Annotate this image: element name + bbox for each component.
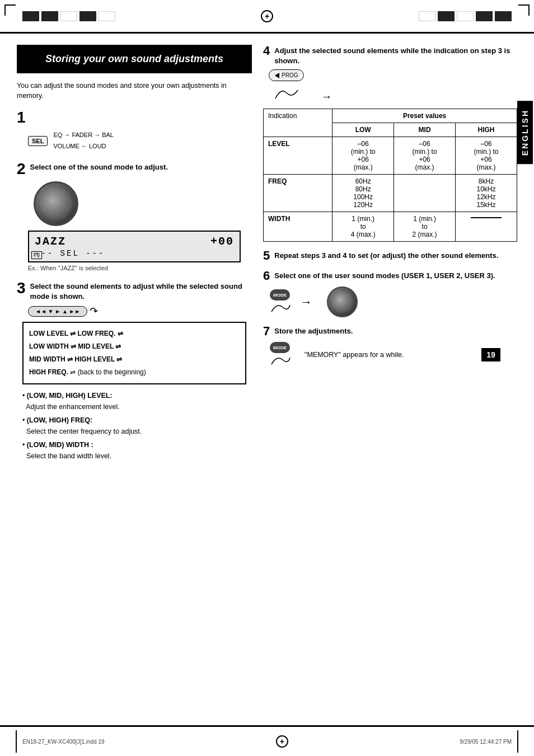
- eq-arrow: EQ → FADER → BAL: [53, 130, 114, 141]
- step-1: 1 SEL EQ → FADER → BAL VOLUME ← LOUD: [17, 110, 252, 152]
- step-2-caption: Ex.: When "JAZZ" is selected: [28, 265, 252, 271]
- step-2: 2 Select one of the sound mode to adjust…: [17, 161, 252, 271]
- cell-freq-low: 60Hz80Hz100Hz120Hz: [332, 175, 394, 212]
- table-header-mid: MID: [394, 123, 456, 137]
- table-row-width: WIDTH 1 (min.)to4 (max.) 1 (min.)to2 (ma…: [264, 212, 517, 242]
- row-label-freq: FREQ: [264, 175, 332, 212]
- top-registration-marks: [0, 0, 534, 34]
- prog-button-area: PROG →: [269, 69, 517, 103]
- mode-button-step7: MODE: [270, 342, 290, 353]
- cell-freq-high: 8kHz10kHz12kHz15kHz: [456, 175, 517, 212]
- display-bottom: --- SEL ---: [35, 249, 234, 258]
- mark-bar: [419, 11, 435, 21]
- mark-bar: [438, 11, 455, 21]
- memory-text: "MEMORY" appears for a while.: [305, 351, 404, 359]
- mode-dial-svg: [269, 300, 291, 314]
- triangle-icon: [275, 73, 279, 78]
- step-3: 3 Select the sound elements to adjust wh…: [17, 280, 252, 462]
- step-6-buttons: MODE →: [269, 287, 517, 317]
- bullet-item-freq: (LOW, HIGH) FREQ: Select the center freq…: [22, 415, 252, 437]
- cell-level-low: –06(min.) to+06(max.): [332, 137, 394, 175]
- mark-bar: [79, 11, 96, 21]
- footer-file-info: EN18-27_KW-XC400[J]1.indd 19: [22, 739, 105, 745]
- prog-button: PROG: [269, 69, 304, 81]
- left-side-mark: [16, 730, 17, 753]
- step-6-label: Select one of the user sound modes (USER…: [274, 270, 495, 281]
- step-7-area: MODE "MEMORY" appears for a while.: [269, 342, 517, 367]
- mark-bar: [60, 11, 77, 21]
- cell-freq-mid: [394, 175, 456, 212]
- mark-bar: [476, 11, 493, 21]
- display-sel: --- SEL ---: [35, 249, 105, 258]
- display-value: +00: [210, 235, 234, 248]
- mark-bar: [99, 11, 115, 21]
- sound-sequence-text: LOW LEVEL ⇌ LOW FREQ. ⇌ LOW WIDTH ⇌ MID …: [29, 330, 123, 375]
- display-top: JAZZ +00: [35, 235, 234, 248]
- footer-date-info: 9/29/05 12:44:27 PM: [460, 739, 512, 745]
- bullet-list: (LOW, MID, HIGH) LEVEL: Adjust the enhan…: [22, 390, 252, 462]
- step-7-label: Store the adjustments.: [274, 325, 353, 336]
- table-header-high: HIGH: [456, 123, 517, 137]
- knob-image-step2: [34, 181, 78, 226]
- cell-width-high: [456, 212, 517, 242]
- title-box: Storing your own sound adjustments: [17, 45, 252, 73]
- eq-label: EQ: [31, 251, 42, 259]
- step-7-number: 7: [263, 325, 270, 337]
- left-column: Storing your own sound adjustments You c…: [17, 45, 252, 471]
- corner-mark-tl: [4, 4, 16, 16]
- volume-arrow: VOLUME ← LOUD: [53, 141, 114, 152]
- step-1-number: 1: [17, 110, 26, 125]
- nav-button: ◄◄ ▼ ► ▲ ►►: [28, 306, 87, 317]
- mode-label-7: MODE: [273, 345, 287, 350]
- mode-dial-svg-7: [269, 353, 291, 367]
- page-title: Storing your own sound adjustments: [24, 53, 245, 65]
- display-jazz: JAZZ: [35, 235, 66, 248]
- squiggle-arrow: ↷: [90, 305, 98, 317]
- arrow-right-6: →: [300, 295, 312, 309]
- right-column: ENGLISH 4 Adjust the selected sound elem…: [263, 45, 517, 471]
- prog-dial-svg: [273, 84, 301, 101]
- step-1-diagram: SEL EQ → FADER → BAL VOLUME ← LOUD: [28, 130, 252, 152]
- mark-bar: [41, 11, 58, 21]
- step-3-number: 3: [17, 280, 26, 296]
- bullet-item-width: (LOW, MID) WIDTH : Select the band width…: [22, 439, 252, 462]
- nav-button-area: ◄◄ ▼ ► ▲ ►► ↷: [28, 305, 252, 317]
- table-header-low: LOW: [332, 123, 394, 137]
- cell-level-mid: –06(min.) to+06(max.): [394, 137, 456, 175]
- table-header-indication: Indication: [264, 109, 332, 137]
- arrow-right-4: →: [321, 90, 332, 103]
- english-language-tab: ENGLISH: [517, 101, 533, 164]
- knob-image-step6: [327, 287, 358, 317]
- sel-arrows: EQ → FADER → BAL VOLUME ← LOUD: [53, 130, 114, 152]
- step-7: 7 Store the adjustments. MODE "MEMORY" a…: [263, 325, 517, 367]
- sound-sequence-box: LOW LEVEL ⇌ LOW FREQ. ⇌ LOW WIDTH ⇌ MID …: [22, 322, 246, 384]
- right-side-mark: [517, 730, 518, 753]
- prog-label: PROG: [282, 72, 298, 78]
- mark-bar: [495, 11, 512, 21]
- marks-right: [419, 11, 512, 21]
- step-3-label: Select the sound elements to adjust whil…: [30, 280, 252, 302]
- row-label-width: WIDTH: [264, 212, 332, 242]
- display-screen: JAZZ +00 --- SEL --- EQ: [28, 231, 241, 262]
- dash-line: [471, 217, 502, 218]
- registration-circle: [261, 10, 273, 22]
- mark-bar: [457, 11, 474, 21]
- step-4-label: Adjust the selected sound elements while…: [274, 45, 517, 66]
- row-label-level: LEVEL: [264, 137, 332, 175]
- table-header-preset-values: Preset values: [332, 109, 517, 123]
- intro-text: You can adjust the sound modes and store…: [17, 81, 252, 101]
- step-5-number: 5: [263, 250, 270, 262]
- step-4: 4 Adjust the selected sound elements whi…: [263, 45, 517, 242]
- preset-table: Indication Preset values LOW MID HIGH LE…: [263, 109, 517, 242]
- mark-bar: [22, 11, 39, 21]
- cell-width-mid: 1 (min.)to2 (max.): [394, 212, 456, 242]
- step-2-label: Select one of the sound mode to adjust.: [30, 161, 168, 172]
- mode-button-left: MODE: [270, 289, 290, 300]
- step-5: 5 Repeat steps 3 and 4 to set (or adjust…: [263, 250, 517, 262]
- step-2-number: 2: [17, 161, 26, 177]
- table-row-freq: FREQ 60Hz80Hz100Hz120Hz 8kHz10kHz12kHz15…: [264, 175, 517, 212]
- bottom-registration-area: EN18-27_KW-XC400[J]1.indd 19 9/29/05 12:…: [0, 725, 534, 756]
- cell-width-low: 1 (min.)to4 (max.): [332, 212, 394, 242]
- bottom-registration-circle: [276, 735, 288, 748]
- bullet-item-level: (LOW, MID, HIGH) LEVEL: Adjust the enhan…: [22, 390, 252, 412]
